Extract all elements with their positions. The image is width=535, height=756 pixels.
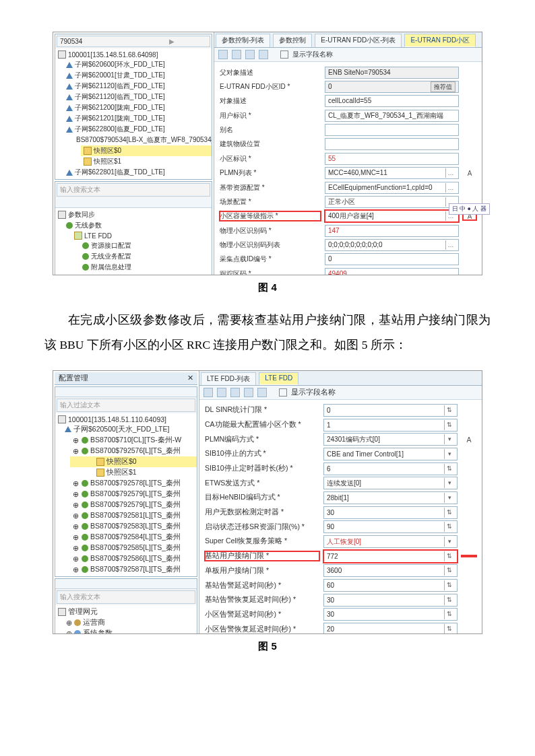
tab-active[interactable]: E-UTRAN FDD小区 (404, 34, 476, 47)
form-field[interactable] (325, 138, 459, 150)
param-leaf[interactable]: 无线业务配置 (80, 251, 212, 262)
dropdown-icon[interactable]: … (445, 183, 455, 193)
form-field[interactable]: 正常小区… (325, 196, 459, 208)
form-field[interactable]: ENB SiteNo=790534 (325, 67, 459, 79)
tab[interactable]: 参数控制 (273, 34, 312, 47)
form-field[interactable]: 6⇅ (323, 462, 458, 475)
form-field[interactable]: 772⇅ (323, 550, 458, 563)
form-field[interactable]: 0⇅ (323, 404, 458, 417)
tool-icon[interactable] (189, 388, 195, 395)
dropdown-icon[interactable]: ▾ (444, 434, 454, 444)
param-leaf[interactable]: 资源接口配置 (80, 240, 212, 251)
form-field[interactable]: cellLocalId=55 (325, 95, 459, 107)
spinner-icon[interactable]: ⇅ (444, 420, 454, 430)
param-leaf[interactable]: 附属信息处理 (80, 262, 212, 273)
tool-icon[interactable] (257, 388, 267, 397)
tool-icon[interactable] (181, 580, 187, 587)
dropdown-icon[interactable]: ▾ (444, 537, 454, 547)
search-input[interactable]: 输入搜索文本 (57, 183, 210, 197)
tool-icon[interactable] (187, 199, 194, 206)
form-field[interactable]: 20⇅ (323, 623, 458, 633)
search-input[interactable]: 输入搜索文本 (57, 590, 195, 604)
spinner-icon[interactable]: ⇅ (444, 565, 454, 576)
form-field[interactable]: CL_临夏市_WF8_790534_1_西湖南端 (325, 110, 459, 122)
tree-bs[interactable]: ⊕BS8700$792581[L][TS_秦州 (70, 510, 197, 521)
tree-subnet[interactable]: 子网$620500[天水_FDD_LTE] (62, 424, 197, 435)
form-field[interactable]: 55 (325, 153, 459, 165)
tree-bs[interactable]: ⊕BS8700$710[CL][TS-秦州-W (70, 435, 197, 446)
spinner-icon[interactable]: ⇅ (444, 508, 454, 518)
tree-bs[interactable]: ⊕BS8700$792586[L][TS_秦州 (70, 553, 197, 564)
form-field[interactable]: MCC=460,MNC=11… (325, 167, 459, 179)
tab-active[interactable]: LTE FDD (259, 372, 298, 385)
spinner-icon[interactable]: ⇅ (444, 405, 454, 415)
tree-node[interactable]: 子网$621200[陇南_FDD_LTE] (63, 102, 212, 113)
spinner-icon[interactable]: ⇅ (444, 580, 454, 590)
tool-icon[interactable] (217, 388, 226, 397)
form-field[interactable]: 0;0;0;0;0;0;0;0;0;0… (325, 239, 459, 251)
dropdown-icon[interactable]: ▾ (444, 449, 454, 459)
tree-bs[interactable]: ⊕BS8700$792583[L][TS_秦州 (70, 521, 197, 532)
form-field[interactable]: 连续发送[0]▾ (323, 477, 458, 489)
tree-bs[interactable]: BS8700$790534[LB-X_临夏市_WF8_790534_罗地坳_05… (71, 135, 212, 145)
tree-snapshot[interactable]: 快照区$0 (70, 456, 197, 467)
tree-node[interactable]: 子网$620001[甘肃_TDD_LTE] (63, 70, 212, 81)
tree-node[interactable]: 子网$622800[临夏_FDD_LTE] (63, 124, 212, 135)
tree-root[interactable]: 100001[135.148.51.110.64093] (55, 415, 197, 424)
param-node[interactable]: ⊕系统参数 (63, 628, 197, 634)
tool-icon[interactable] (189, 580, 195, 587)
form-field[interactable]: 30⇅ (323, 506, 458, 519)
spinner-icon[interactable]: ⇅ (444, 624, 454, 633)
form-field[interactable]: 30⇅ (323, 608, 458, 621)
form-field[interactable]: 3600⇅ (323, 564, 458, 577)
address-bar[interactable]: 790534 ▶ (57, 36, 210, 47)
form-field[interactable]: 90⇅ (323, 520, 458, 533)
tool-icon[interactable] (203, 388, 213, 397)
tool-icon[interactable] (195, 199, 202, 206)
tree-root[interactable]: 100001[135.148.51.68.64098] (55, 50, 212, 59)
tool-icon[interactable] (259, 50, 268, 59)
recommend-button[interactable]: 推荐值 (431, 81, 455, 92)
checkbox-show-fieldnames[interactable] (279, 388, 287, 397)
tree-node[interactable]: 子网$621120[临西_TDD_LTE] (63, 92, 212, 102)
tool-icon[interactable] (245, 50, 255, 59)
form-field[interactable]: 24301编码方式[0]▾ (323, 433, 458, 446)
spinner-icon[interactable]: ⇅ (444, 551, 454, 561)
go-icon[interactable]: ▶ (133, 36, 210, 46)
param-node[interactable]: 无线参数 (63, 220, 212, 231)
form-field[interactable]: 49409 (325, 268, 459, 275)
tool-icon[interactable] (203, 199, 210, 206)
spinner-icon[interactable]: ⇅ (444, 464, 454, 474)
tool-icon[interactable] (181, 388, 187, 395)
tree-bs[interactable]: ⊕BS8700$792585[L][TS_秦州 (70, 543, 197, 553)
form-field[interactable] (325, 124, 459, 136)
param-node[interactable]: ⊕运营商 (63, 617, 197, 628)
form-field[interactable]: 30⇅ (323, 594, 458, 607)
tree-node[interactable]: 子网$621120[临西_FDD_LTE] (63, 81, 212, 92)
tool-icon[interactable] (230, 388, 240, 397)
form-field[interactable]: 147 (325, 225, 459, 237)
form-field[interactable]: 60⇅ (323, 579, 458, 592)
dropdown-icon[interactable]: ▾ (444, 478, 454, 488)
tab[interactable]: E-UTRAN FDD小区-列表 (315, 34, 402, 47)
spinner-icon[interactable]: ⇅ (444, 595, 454, 605)
checkbox-show-fieldnames[interactable] (280, 50, 288, 59)
spinner-icon[interactable]: ⇅ (444, 522, 454, 532)
tool-icon[interactable] (244, 388, 253, 397)
tool-icon[interactable] (172, 388, 179, 395)
form-field[interactable]: CBE and Timer Control[1]▾ (323, 448, 458, 460)
tree-node[interactable]: 子网$622801[临夏_TDD_LTE] (63, 167, 212, 178)
dropdown-icon[interactable]: ▾ (444, 493, 454, 503)
tree-bs[interactable]: ⊕BS8700$792579[L][TS_秦州 (70, 500, 197, 510)
form-field[interactable]: ECellEquipmentFunction=1,cpId=0… (325, 182, 459, 194)
tree-bs[interactable]: ⊕BS8700$792576[L][TS_秦州 (70, 446, 197, 456)
form-field[interactable]: 0 (325, 253, 459, 265)
param-leaf[interactable]: Cell配置 (80, 273, 212, 275)
tool-icon[interactable] (164, 580, 171, 587)
dropdown-icon[interactable]: … (445, 168, 455, 178)
param-root[interactable]: 参数同步 (55, 209, 212, 220)
tool-icon[interactable] (172, 580, 179, 587)
tool-icon[interactable] (156, 388, 163, 395)
tool-icon[interactable] (232, 50, 241, 59)
spinner-icon[interactable]: ⇅ (444, 609, 454, 619)
